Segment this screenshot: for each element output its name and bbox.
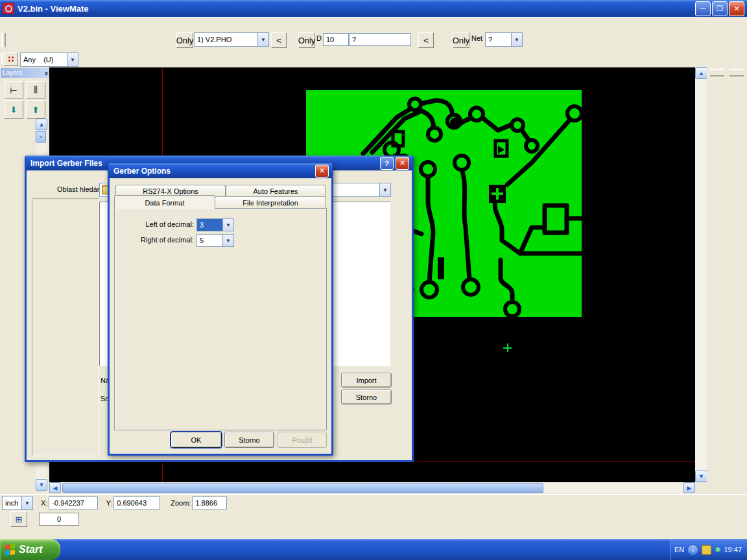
tab-data-format[interactable]: Data Format [114,195,215,209]
scroll-up-icon[interactable]: ▲ [36,119,47,130]
tray-chevron-icon[interactable]: ‹ [687,544,698,555]
layer-combo[interactable]: 1) V2.PHO▼ [194,32,269,47]
tray-app-icon[interactable] [702,545,711,555]
only-net-button[interactable]: Only [453,32,469,48]
selection-toolbar: ∷ Any (U)▼ [0,51,747,68]
minimize-button[interactable]: ─ [695,1,711,16]
left-decimal-label: Left of decimal: [129,220,194,228]
only-dcode-button[interactable]: Only [298,32,315,48]
options-dialog-title: Gerber Options [113,167,171,176]
horizontal-scrollbar[interactable]: ◀ ▶ [49,482,695,493]
chevron-down-icon[interactable]: ▼ [379,183,390,196]
zoom-label: Zoom: [171,499,191,507]
selection-count: 0 [39,513,79,526]
net-label: Net [471,34,482,42]
taskbar-clock: 19:47 [724,546,742,554]
status-bar-tools: ⊞ 0 [0,511,747,528]
taskbar: Start EN ‹ ✱ 19:47 [0,539,747,560]
pattern-select-button[interactable]: ∷ [4,52,18,66]
windows-logo-icon [5,544,16,555]
dcode-filter-input[interactable]: ? [349,33,411,46]
start-button[interactable]: Start [0,539,60,560]
ok-button[interactable]: OK [171,432,222,448]
look-in-label: Oblast hledání: [57,185,105,193]
scroll-down-icon[interactable]: ▼ [695,471,707,482]
places-bar [32,198,99,456]
layer-down-button[interactable]: ⬇ [4,100,23,119]
close-button[interactable]: ✕ [729,1,744,16]
language-indicator[interactable]: EN [674,546,684,554]
left-decimal-combo[interactable]: 3 ▼ [196,218,234,231]
x-coordinate-value: -0.942237 [49,496,98,509]
quad-window-icon[interactable]: ⊞ [10,511,27,527]
close-icon[interactable]: ✕ [396,157,409,170]
import-cancel-button[interactable]: Storno [341,390,392,404]
chevron-down-icon[interactable]: ▼ [222,235,233,246]
unit-combo[interactable]: inch▼ [2,496,33,510]
system-tray: EN ‹ ✱ 19:47 [670,539,747,560]
scroll-up-icon[interactable]: ▲ [695,67,707,79]
window-title: V2.bin - ViewMate [18,4,89,14]
viewmate-window: V2.bin - ViewMate ─ ❐ ✕ Only 1) V2.PHO▼ … [0,0,747,560]
net-combo[interactable]: ?▼ [485,32,523,47]
y-coordinate-value: 0.690643 [113,496,160,509]
menu-bar [0,17,747,30]
apply-button[interactable]: Použít [278,432,327,448]
only-layer-button[interactable]: Only [176,32,193,48]
options-cancel-button[interactable]: Storno [224,432,274,448]
restore-button[interactable]: ❐ [712,1,728,16]
scroll-left-icon[interactable]: ◀ [49,482,61,493]
title-bar: V2.bin - ViewMate ─ ❐ ✕ [0,0,747,17]
layers-panel-titlebar[interactable]: Layers x [1,68,49,78]
dcode-prev-button[interactable]: < [418,32,434,48]
layer-prev-button[interactable]: < [271,32,287,48]
cursor-cross-marker [503,344,512,352]
scroll-down-icon[interactable]: ▼ [36,479,47,491]
tab-auto-features[interactable]: Auto Features [226,185,326,196]
import-button[interactable]: Import [341,373,392,388]
x-label: X: [41,499,47,507]
layer-up-button[interactable]: ⬆ [26,100,45,119]
main-toolbar: Only 1) V2.PHO▼ < Only D 10 ? < Only Net… [0,29,747,51]
close-icon[interactable]: ✕ [315,165,329,178]
toolbar-grip[interactable] [1,33,6,47]
options-dialog-titlebar[interactable]: Gerber Options ✕ [109,163,332,178]
item-type-combo[interactable]: Any (U)▼ [20,52,78,67]
palette-grip[interactable] [710,69,724,76]
app-icon [3,3,14,14]
tray-green-icon[interactable]: ✱ [715,546,720,554]
chevron-down-icon[interactable]: ▼ [21,496,32,509]
zoom-value-input[interactable]: 1.8866 [192,496,227,509]
layers-panel-title: Layers [3,69,22,76]
help-icon[interactable]: ? [380,157,394,170]
y-label: Y: [106,499,112,507]
chevron-down-icon[interactable]: ▼ [67,53,78,66]
tool-palette [707,67,747,493]
layer-list-button[interactable]: ⫼ [26,81,45,99]
tab-file-interpretation[interactable]: File Interpretation [215,196,326,208]
dcode-input[interactable]: 10 [323,33,349,46]
right-decimal-combo[interactable]: 5 ▼ [196,234,234,247]
close-icon[interactable]: x [45,70,48,76]
vertical-scrollbar[interactable]: ▲ ▼ [695,67,707,482]
scrollbar-thumb[interactable] [62,483,543,493]
right-decimal-label: Right of decimal: [124,236,194,244]
chevron-down-icon[interactable]: ▼ [511,33,522,46]
import-dialog-title: Import Gerber Files [30,159,102,168]
layer-dock-button[interactable]: ⊢ [4,81,23,99]
gerber-options-dialog: Gerber Options ✕ RS274-X Options Auto Fe… [108,163,333,456]
dcode-label: D [316,34,322,42]
chevron-down-icon[interactable]: ▼ [222,219,233,231]
scroll-right-icon[interactable]: ▶ [683,482,695,493]
status-bar-coordinates: inch▼ X: -0.942237 Y: 0.690643 Zoom: 1.8… [0,494,747,511]
palette-grip[interactable] [729,69,744,76]
chevron-down-icon[interactable]: ▼ [257,33,268,46]
